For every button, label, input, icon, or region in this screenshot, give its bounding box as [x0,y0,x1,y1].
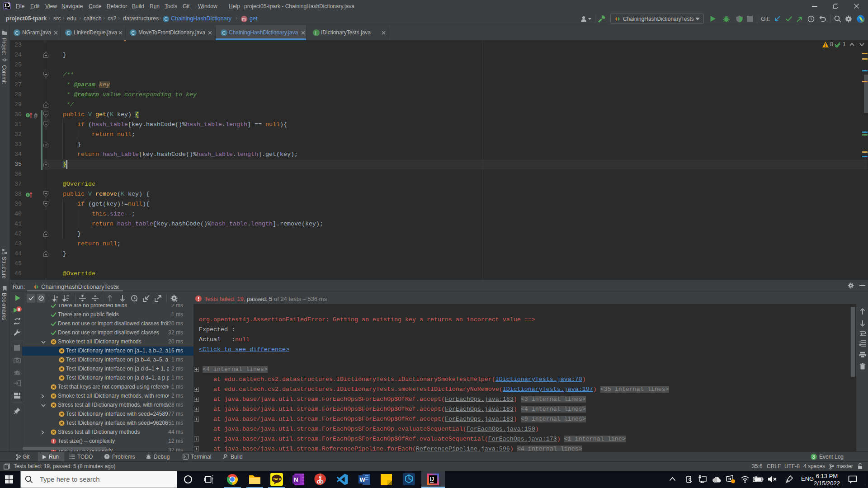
svg-text:m: m [242,17,246,22]
svg-text:W: W [360,476,366,483]
svg-text:I: I [315,31,316,36]
svg-text:TALK: TALK [273,478,281,481]
svg-text:N: N [294,476,298,483]
svg-text:C: C [165,17,168,22]
svg-text:C: C [67,31,70,36]
svg-text:9: 9 [18,307,20,312]
svg-text:a: a [56,295,58,298]
svg-text:@: @ [34,113,38,118]
svg-text:IJ: IJ [430,476,434,482]
svg-text:C: C [132,31,135,36]
svg-text:z: z [56,299,58,302]
svg-text:C: C [15,31,19,36]
svg-text:C: C [222,31,226,36]
svg-text:3: 3 [812,455,815,460]
